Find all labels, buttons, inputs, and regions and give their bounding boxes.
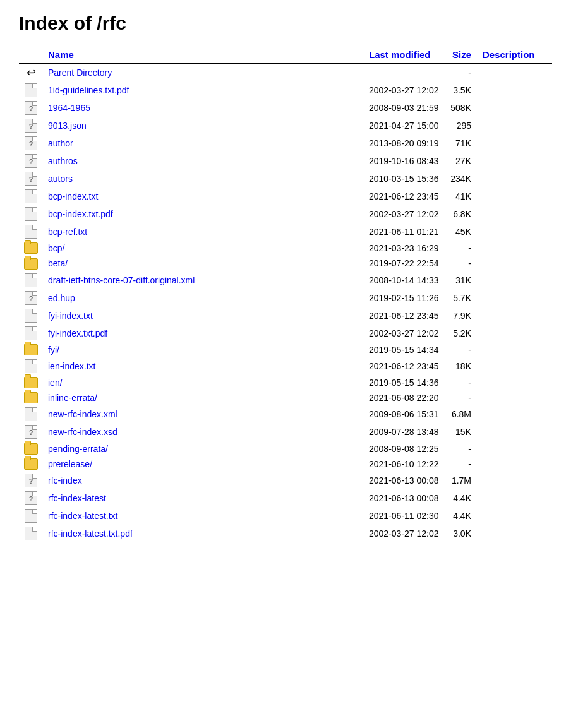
file-icon-cell: [19, 525, 43, 542]
table-row: ?authros2019-10-16 08:4327K: [19, 152, 552, 170]
file-date-cell: 2019-02-15 11:26: [344, 289, 445, 307]
file-name-cell[interactable]: new-rfc-index.xml: [43, 405, 344, 423]
file-link[interactable]: inline-errata/: [48, 393, 97, 403]
file-name-cell[interactable]: authros: [43, 152, 344, 170]
file-link[interactable]: new-rfc-index.xml: [48, 409, 117, 419]
file-link[interactable]: draft-ietf-btns-core-07-diff.original.xm…: [48, 275, 195, 285]
file-link[interactable]: bcp-index.txt: [48, 191, 98, 201]
date-sort-link[interactable]: Last modified: [369, 49, 431, 60]
file-link[interactable]: 1964-1965: [48, 103, 90, 113]
col-header-date[interactable]: Last modified: [344, 47, 445, 63]
file-link[interactable]: fyi-index.txt: [48, 311, 93, 321]
file-name-cell[interactable]: pending-errata/: [43, 441, 344, 456]
file-link[interactable]: rfc-index-latest: [48, 493, 106, 503]
file-size-cell: 41K: [445, 188, 476, 205]
file-name-cell[interactable]: bcp-ref.txt: [43, 223, 344, 241]
file-icon-cell: [19, 405, 43, 423]
file-link[interactable]: autors: [48, 174, 73, 184]
desc-sort-link[interactable]: Description: [483, 49, 535, 60]
size-sort-link[interactable]: Size: [452, 49, 471, 60]
file-name-cell[interactable]: 1964-1965: [43, 99, 344, 117]
file-name-cell[interactable]: new-rfc-index.xsd: [43, 423, 344, 441]
text-file-icon: [25, 359, 37, 373]
file-link[interactable]: prerelease/: [48, 459, 92, 469]
file-link[interactable]: rfc-index: [48, 475, 82, 486]
file-name-cell[interactable]: bcp-index.txt.pdf: [43, 205, 344, 223]
file-link[interactable]: bcp/: [48, 243, 64, 253]
file-name-cell[interactable]: 1id-guidelines.txt.pdf: [43, 81, 344, 99]
file-link[interactable]: rfc-index-latest.txt: [48, 511, 117, 521]
file-link[interactable]: beta/: [48, 258, 68, 268]
file-link[interactable]: 1id-guidelines.txt.pdf: [48, 85, 129, 95]
file-name-cell[interactable]: rfc-index: [43, 472, 344, 489]
file-link[interactable]: rfc-index-latest.txt.pdf: [48, 528, 133, 539]
file-name-cell[interactable]: author: [43, 134, 344, 152]
table-row: new-rfc-index.xml2009-08-06 15:316.8M: [19, 405, 552, 423]
text-file-icon: [25, 83, 37, 97]
file-date-cell: 2009-07-28 13:48: [344, 423, 445, 441]
file-icon-cell: [19, 272, 43, 289]
file-date-cell: 2009-08-06 15:31: [344, 405, 445, 423]
file-icon-cell: ?: [19, 152, 43, 170]
file-link[interactable]: author: [48, 138, 73, 148]
file-date-cell: 2008-09-03 21:59: [344, 99, 445, 117]
file-name-cell[interactable]: rfc-index-latest.txt.pdf: [43, 525, 344, 542]
file-link[interactable]: bcp-index.txt.pdf: [48, 209, 113, 219]
file-link[interactable]: new-rfc-index.xsd: [48, 427, 117, 437]
unknown-file-icon: ?: [25, 101, 37, 115]
file-link[interactable]: ien-index.txt: [48, 361, 95, 371]
file-date-cell: 2021-06-11 01:21: [344, 223, 445, 241]
table-row: bcp-index.txt.pdf2002-03-27 12:026.8K: [19, 205, 552, 223]
col-header-description[interactable]: Description: [476, 47, 552, 63]
file-link[interactable]: Parent Directory: [48, 68, 112, 78]
col-header-name[interactable]: Name: [43, 47, 344, 63]
file-name-cell[interactable]: ed.hup: [43, 289, 344, 307]
file-link[interactable]: pending-errata/: [48, 444, 108, 454]
file-link[interactable]: authros: [48, 156, 78, 166]
file-name-cell[interactable]: ien/: [43, 375, 344, 390]
file-desc-cell: [476, 489, 552, 507]
folder-icon: [24, 258, 38, 270]
file-name-cell[interactable]: 9013.json: [43, 117, 344, 134]
file-name-cell[interactable]: rfc-index-latest: [43, 489, 344, 507]
file-size-cell: 508K: [445, 99, 476, 117]
file-icon-cell: ?: [19, 489, 43, 507]
file-name-cell[interactable]: ien-index.txt: [43, 357, 344, 375]
name-sort-link[interactable]: Name: [48, 49, 74, 60]
file-name-cell[interactable]: fyi-index.txt.pdf: [43, 325, 344, 342]
file-desc-cell: [476, 99, 552, 117]
file-name-cell[interactable]: beta/: [43, 256, 344, 271]
file-link[interactable]: bcp-ref.txt: [48, 227, 87, 237]
file-icon-cell: [19, 325, 43, 342]
file-link[interactable]: 9013.json: [48, 121, 87, 131]
file-name-cell[interactable]: autors: [43, 170, 344, 188]
file-desc-cell: [476, 525, 552, 542]
file-link[interactable]: fyi/: [48, 345, 59, 355]
unknown-file-icon: ?: [25, 291, 37, 305]
file-name-cell[interactable]: bcp/: [43, 241, 344, 256]
col-header-size[interactable]: Size: [445, 47, 476, 63]
file-date-cell: 2002-03-27 12:02: [344, 81, 445, 99]
file-link[interactable]: ed.hup: [48, 293, 75, 303]
file-name-cell[interactable]: inline-errata/: [43, 390, 344, 405]
file-name-cell[interactable]: bcp-index.txt: [43, 188, 344, 205]
file-name-cell[interactable]: Parent Directory: [43, 63, 344, 81]
table-row: ?new-rfc-index.xsd2009-07-28 13:4815K: [19, 423, 552, 441]
file-date-cell: 2021-06-13 00:08: [344, 489, 445, 507]
file-icon-cell: [19, 456, 43, 472]
file-link[interactable]: fyi-index.txt.pdf: [48, 328, 107, 338]
file-size-cell: 1.7M: [445, 472, 476, 489]
file-link[interactable]: ien/: [48, 378, 63, 388]
file-name-cell[interactable]: rfc-index-latest.txt: [43, 507, 344, 525]
file-desc-cell: [476, 188, 552, 205]
file-size-cell: 31K: [445, 272, 476, 289]
file-date-cell: 2019-10-16 08:43: [344, 152, 445, 170]
file-name-cell[interactable]: prerelease/: [43, 456, 344, 472]
file-date-cell: 2013-08-20 09:19: [344, 134, 445, 152]
file-date-cell: 2019-05-15 14:34: [344, 342, 445, 357]
file-name-cell[interactable]: draft-ietf-btns-core-07-diff.original.xm…: [43, 272, 344, 289]
file-size-cell: 4.4K: [445, 489, 476, 507]
file-date-cell: 2021-06-08 22:20: [344, 390, 445, 405]
file-name-cell[interactable]: fyi/: [43, 342, 344, 357]
file-name-cell[interactable]: fyi-index.txt: [43, 307, 344, 325]
